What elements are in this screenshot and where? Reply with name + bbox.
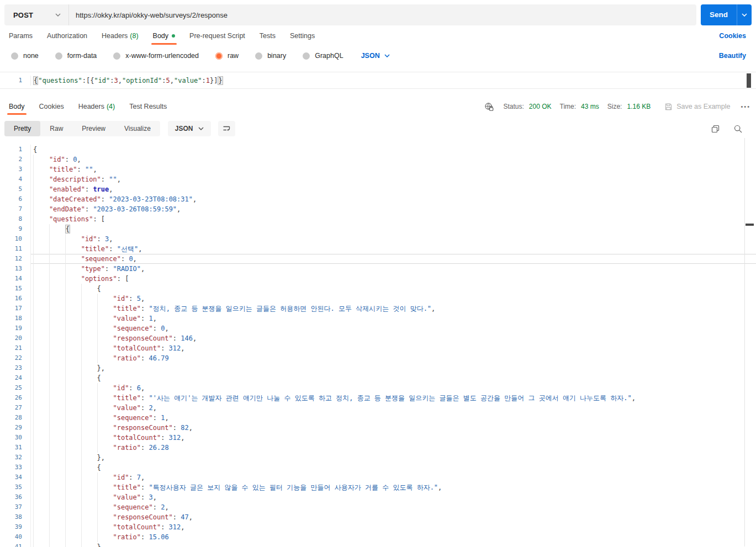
line-number: 16 [0,294,30,304]
view-visualize[interactable]: Visualize [115,121,160,136]
indent-guide [33,314,49,323]
token-rp: , [170,77,174,84]
indent-guide [97,472,113,482]
indent-guide [49,224,65,234]
code-line: 18"value": 1, [0,314,756,323]
token-k: "ratio" [113,444,141,452]
indent-guide [33,284,49,294]
tab-label: Tests [260,32,276,40]
tab-params[interactable]: Params [9,25,33,46]
indent-guide [49,264,65,274]
request-editor-scrollbar[interactable] [747,73,751,88]
token-rn: 5 [166,77,170,84]
send-options-button[interactable] [737,4,752,25]
indent-guide [65,353,81,363]
tab-authorization[interactable]: Authorization [47,25,87,46]
indent-guide [97,323,113,333]
status-value[interactable]: 200 OK [529,103,552,110]
response-tab-test-results[interactable]: Test Results [129,97,167,116]
tab-label: Test Results [129,103,167,110]
code-line: 5"enabled": true, [0,184,756,194]
tab-count-badge: (4) [107,103,115,110]
body-type-graphql[interactable]: GraphQL [303,52,343,60]
indent-guide [65,314,81,323]
token-rp: : [110,77,114,84]
line-number: 24 [0,373,30,383]
indent-guide [33,333,49,343]
token-k: "dateCreated" [49,195,101,203]
token-p: , [138,245,142,253]
line-number: 2 [0,155,30,164]
token-p: { [33,146,37,153]
beautify-link[interactable]: Beautify [719,52,746,60]
method-selector[interactable]: POST [4,11,68,19]
token-rk: "value" [174,77,202,84]
search-button[interactable] [733,124,743,134]
cookies-link[interactable]: Cookies [719,25,746,46]
body-type-form-data[interactable]: form-data [55,52,97,60]
body-type-none[interactable]: none [11,52,39,60]
indent-guide [49,542,65,547]
code-line: 21"totalCount": 312, [0,343,756,353]
view-raw[interactable]: Raw [40,121,72,136]
tab-headers[interactable]: Headers(8) [102,25,139,46]
copy-button[interactable] [711,124,720,134]
body-type-binary[interactable]: binary [255,52,286,60]
response-body-viewer[interactable]: 1{2"id": 0,3"title": "",4"description": … [0,141,756,547]
request-body-editor[interactable]: 1{"questions":[{"id":3,"optionId":5,"val… [0,72,756,89]
send-button-label[interactable]: Send [701,4,737,25]
indent-guide [81,463,97,472]
code-line: 24{ [0,373,756,383]
view-pretty[interactable]: Pretty [4,121,40,136]
token-s: "RADIO" [113,265,141,273]
indent-guide [65,433,81,443]
token-n: 26.28 [149,444,168,452]
line-content: }, [30,453,756,463]
response-tab-headers[interactable]: Headers(4) [78,97,115,116]
request-tabs: ParamsAuthorizationHeaders(8)BodyPre-req… [0,25,756,46]
indent-guide [97,343,113,353]
time-value[interactable]: 43 ms [581,103,599,110]
save-as-example-button[interactable]: Save as Example [664,103,730,111]
body-type-x-www-form-urlencoded[interactable]: x-www-form-urlencoded [113,52,199,60]
token-k: "responseCount" [113,424,172,432]
indent-guide [97,522,113,532]
token-p: , [177,205,181,213]
line-content: "id": 7, [30,472,756,482]
radio-icon [255,52,262,60]
token-p: , [153,404,157,412]
indent-guide [65,304,81,314]
code-line: 32}, [0,453,756,463]
tab-tests[interactable]: Tests [260,25,276,46]
token-n: 7 [137,474,141,481]
indent-guide [49,472,65,482]
body-type-raw[interactable]: raw [215,52,239,60]
indent-guide [65,403,81,413]
response-language-select[interactable]: JSON [168,121,211,136]
response-tab-body[interactable]: Body [9,97,25,116]
size-value[interactable]: 1.16 KB [627,103,651,110]
send-button[interactable]: Send [701,4,752,25]
response-tab-cookies[interactable]: Cookies [39,97,64,116]
wrap-text-button[interactable] [218,121,235,136]
tab-pre-request-script[interactable]: Pre-request Script [189,25,245,46]
tab-settings[interactable]: Settings [290,25,315,46]
token-p: , [141,265,145,273]
tab-body[interactable]: Body [153,25,176,46]
radio-icon [55,52,62,60]
indent-guide [33,323,49,333]
indent-guide [97,304,113,314]
indent-guide [49,323,65,333]
chevron-down-icon [198,127,204,130]
response-scrollbar[interactable] [746,224,754,226]
body-type-row: noneform-datax-www-form-urlencodedrawbin… [0,46,756,65]
view-preview[interactable]: Preview [72,121,115,136]
line-number: 37 [0,502,30,512]
more-actions-button[interactable]: ••• [741,103,750,110]
token-n: 146 [181,334,193,342]
code-line: 27"value": 2, [0,403,756,413]
url-input[interactable]: https://okky.kr/api/okky-web/surveys/2/r… [69,11,228,19]
line-content: "title": "", [30,164,756,174]
indent-guide [65,532,81,542]
request-language-select[interactable]: JSON [361,52,390,60]
